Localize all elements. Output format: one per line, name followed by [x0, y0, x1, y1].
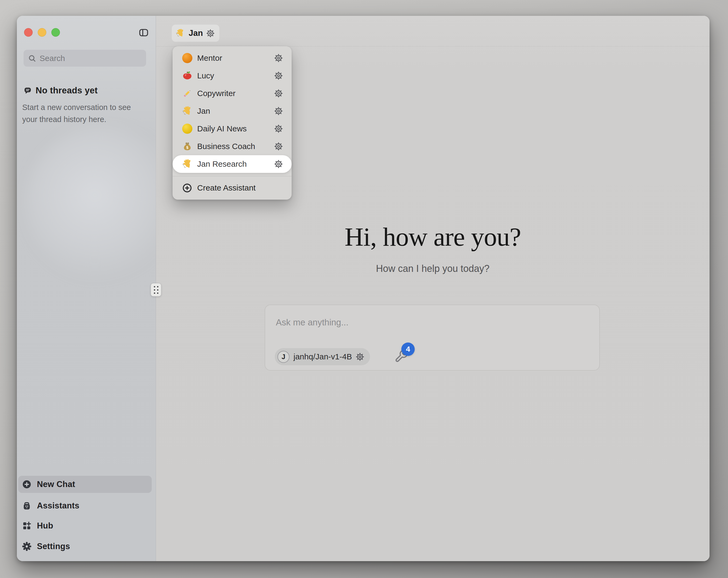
tools-count-badge: 4	[401, 343, 415, 356]
waving-hand-emoji	[176, 28, 185, 38]
gear-icon[interactable]	[356, 353, 364, 361]
plus-circle-outline-icon	[182, 183, 192, 193]
red-apple-emoji	[182, 70, 192, 81]
gear-icon[interactable]	[274, 71, 283, 80]
chat-bubble-icon	[23, 86, 32, 95]
menu-item-label: Daily AI News	[197, 124, 247, 133]
nav-label: New Chat	[37, 479, 75, 489]
create-assistant-label: Create Assistant	[197, 183, 256, 193]
model-selector-button[interactable]: J janhq/Jan-v1-4B	[275, 348, 370, 365]
gear-icon[interactable]	[274, 124, 283, 133]
threads-empty-state: No threads yet Start a new conversation …	[22, 85, 148, 126]
search-bar[interactable]	[24, 50, 146, 67]
composer-placeholder: Ask me anything...	[276, 317, 348, 328]
current-assistant-label: Jan	[189, 28, 203, 38]
gear-icon[interactable]	[274, 54, 283, 62]
menu-item-jan[interactable]: Jan	[173, 102, 292, 120]
minimize-window-button[interactable]	[38, 28, 46, 37]
create-assistant-button[interactable]: Create Assistant	[173, 179, 292, 197]
close-window-button[interactable]	[24, 28, 33, 37]
sidebar-item-new-chat[interactable]: New Chat	[18, 476, 152, 493]
greeting: Hi, how are you? How can I help you toda…	[156, 222, 709, 274]
gear-icon[interactable]	[206, 29, 214, 37]
empty-state-description: Start a new conversation to see your thr…	[22, 101, 142, 126]
nav-label: Hub	[37, 521, 53, 531]
menu-item-label: Jan	[197, 106, 210, 116]
greeting-subtitle: How can I help you today?	[156, 263, 709, 274]
plus-circle-icon	[22, 479, 31, 489]
chat-composer[interactable]: Ask me anything... J janhq/Jan-v1-4B 4	[265, 304, 600, 371]
menu-item-label: Mentor	[197, 53, 222, 62]
model-avatar: J	[278, 351, 289, 363]
sidebar-item-settings[interactable]: Settings	[18, 538, 152, 555]
sidebar-item-assistants[interactable]: Assistants	[18, 497, 152, 514]
search-icon	[28, 54, 36, 62]
assistant-dropdown-menu: Mentor Lucy Copywriter Jan Daily AI News	[173, 46, 292, 200]
menu-item-label: Business Coach	[197, 142, 255, 151]
model-name: janhq/Jan-v1-4B	[293, 352, 352, 361]
sidebar-resize-handle[interactable]	[151, 283, 161, 297]
money-bag-emoji	[182, 141, 192, 152]
menu-item-label: Copywriter	[197, 89, 235, 98]
pencil-emoji	[182, 88, 192, 99]
gear-icon[interactable]	[274, 160, 283, 168]
nav-label: Assistants	[37, 501, 79, 510]
toggle-sidebar-icon[interactable]	[138, 28, 149, 38]
menu-item-copywriter[interactable]: Copywriter	[173, 84, 292, 102]
bot-icon	[22, 501, 31, 510]
search-input[interactable]	[40, 54, 142, 63]
waving-hand-emoji	[182, 159, 192, 169]
menu-item-daily-ai-news[interactable]: Daily AI News	[173, 120, 292, 137]
menu-separator	[173, 176, 292, 176]
gear-icon[interactable]	[274, 142, 283, 151]
waving-hand-emoji	[182, 106, 192, 117]
menu-item-label: Lucy	[197, 71, 214, 80]
menu-item-lucy[interactable]: Lucy	[173, 67, 292, 84]
main-area: Jan Mentor Lucy Copywriter Jan	[156, 16, 709, 561]
orange-circle-emoji	[182, 53, 192, 63]
empty-state-title: No threads yet	[35, 85, 98, 96]
gear-icon[interactable]	[274, 107, 283, 115]
assistant-selector-button[interactable]: Jan	[172, 25, 219, 42]
grid-plus-icon	[22, 521, 31, 531]
gear-solid-icon	[22, 542, 31, 551]
menu-item-jan-research-selected[interactable]: Jan Research	[173, 155, 292, 173]
menu-item-mentor[interactable]: Mentor	[173, 49, 292, 67]
greeting-title: Hi, how are you?	[156, 222, 709, 252]
sidebar-item-hub[interactable]: Hub	[18, 517, 152, 534]
gear-icon[interactable]	[274, 89, 283, 98]
nav-label: Settings	[37, 542, 70, 551]
menu-item-label: Jan Research	[197, 159, 247, 169]
menu-item-business-coach[interactable]: Business Coach	[173, 137, 292, 155]
yellow-circle-emoji	[182, 124, 192, 134]
app-window: No threads yet Start a new conversation …	[17, 16, 709, 561]
sidebar: No threads yet Start a new conversation …	[17, 16, 156, 561]
zoom-window-button[interactable]	[51, 28, 60, 37]
